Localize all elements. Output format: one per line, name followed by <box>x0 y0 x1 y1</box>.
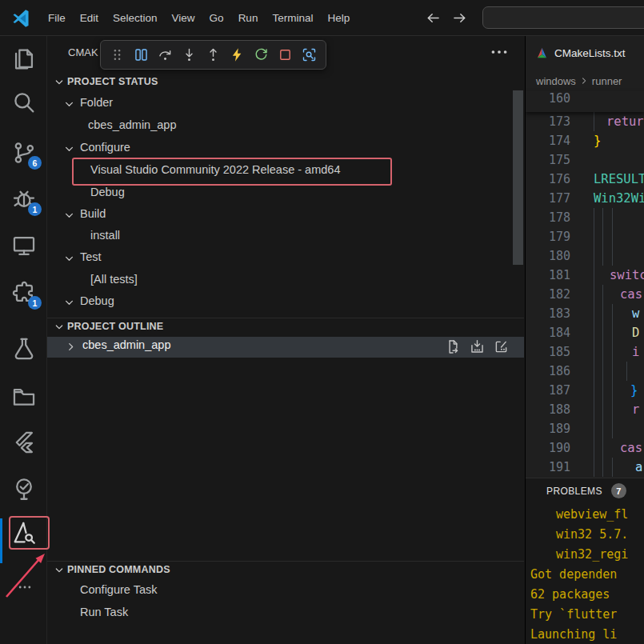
debug-flash-icon[interactable] <box>229 46 246 63</box>
chevron-down-icon <box>53 564 66 577</box>
code-line-185[interactable]: 185i <box>526 342 644 362</box>
code-line-184[interactable]: 184D <box>526 323 644 342</box>
line-number: 178 <box>526 208 570 227</box>
code-line-186[interactable]: 186 <box>526 362 644 381</box>
back-arrow-icon[interactable] <box>425 10 442 26</box>
activity-item-run-debug[interactable]: 1 <box>10 186 38 213</box>
section-header-project-status[interactable]: PROJECT STATUS <box>47 74 524 92</box>
install-tray-icon[interactable] <box>469 338 486 355</box>
tree-item-build[interactable]: Build <box>47 206 524 226</box>
tree-item-cbes-admin-app[interactable]: cbes_admin_app <box>47 117 524 137</box>
code-line-182[interactable]: 182cas <box>526 285 644 304</box>
tree-item-label: Test <box>80 250 102 263</box>
activity-item-flutter[interactable] <box>10 429 38 456</box>
menu-go[interactable]: Go <box>202 0 231 36</box>
code-line-176[interactable]: 176LRESULT <box>526 170 644 189</box>
activity-item-search[interactable] <box>10 89 38 116</box>
tree-item-label: [All tests] <box>90 273 138 286</box>
tree-item-test[interactable]: Test <box>47 249 524 269</box>
tree-item-run-task[interactable]: Run Task <box>47 604 524 624</box>
code-line-179[interactable]: 179 <box>526 227 644 246</box>
sidebar-more-actions-icon[interactable] <box>489 42 510 62</box>
command-center-searchbox[interactable] <box>482 6 644 29</box>
section-header-project-outline[interactable]: PROJECT OUTLINE <box>47 318 524 336</box>
line-number: 187 <box>526 381 570 400</box>
code-line-188[interactable]: 188r <box>526 400 644 419</box>
menu-file[interactable]: File <box>41 0 73 36</box>
activity-item-tree-view[interactable] <box>10 475 38 502</box>
tab-problems[interactable]: PROBLEMS <box>546 486 602 497</box>
code-line-177[interactable]: 177Win32Wi <box>526 189 644 208</box>
step-over-icon[interactable] <box>157 46 174 63</box>
code-line-187[interactable]: 187} <box>526 381 644 400</box>
code-line-180[interactable]: 180 <box>526 246 644 266</box>
tree-item-debug[interactable]: Debug <box>47 293 524 313</box>
step-into-icon[interactable] <box>181 46 198 63</box>
activity-item-cmake-tools[interactable] <box>10 519 38 546</box>
activity-item-testing[interactable] <box>10 335 38 362</box>
tree-item-cbes-admin-app[interactable]: cbes_admin_app <box>47 337 524 358</box>
line-number: 183 <box>526 304 570 323</box>
tree-item--all-tests-[interactable]: [All tests] <box>47 271 524 291</box>
menu-help[interactable]: Help <box>320 0 357 36</box>
code-line-183[interactable]: 183w <box>526 304 644 323</box>
activity-item-project-manager[interactable] <box>10 382 38 410</box>
activity-item-explorer[interactable] <box>10 46 38 73</box>
code-line-190[interactable]: 190cas <box>526 438 644 458</box>
menu-terminal[interactable]: Terminal <box>265 0 320 36</box>
activity-item-extensions[interactable]: 1 <box>10 279 38 306</box>
file-go-icon[interactable] <box>445 338 462 355</box>
problems-panel-header: PROBLEMS 7 <box>526 478 644 503</box>
config-box-icon[interactable] <box>493 338 510 355</box>
code-area[interactable]: 173retur174}175176LRESULT177Win32Wi17817… <box>526 112 644 477</box>
forward-arrow-icon[interactable] <box>451 10 468 26</box>
code-line-191[interactable]: 191a <box>526 458 644 477</box>
frame-search-icon[interactable] <box>301 46 318 63</box>
tree-item-visual-studio-community-2022-release-amd64[interactable]: Visual Studio Community 2022 Release - a… <box>47 162 524 182</box>
split-columns-icon[interactable] <box>133 46 150 63</box>
tree-item-debug[interactable]: Debug <box>47 184 524 204</box>
tree-item-install[interactable]: install <box>47 227 524 247</box>
tree-item-folder[interactable]: Folder <box>47 94 524 114</box>
indent-guide <box>602 381 603 400</box>
sticky-scroll-line[interactable]: 160 <box>526 91 644 112</box>
code-line-178[interactable]: 178 <box>526 208 644 227</box>
tab-cmakelists[interactable]: CMakeLists.txt <box>526 36 644 70</box>
step-out-icon[interactable] <box>205 46 222 63</box>
code-line-173[interactable]: 173retur <box>526 112 644 131</box>
menu-view[interactable]: View <box>165 0 202 36</box>
line-number: 179 <box>526 227 570 246</box>
token: } <box>594 134 601 148</box>
indent-guide <box>594 285 594 304</box>
breadcrumb-item-windows[interactable]: windows <box>536 75 576 87</box>
tree-item-label: cbes_admin_app <box>82 338 170 351</box>
sidebar-title: CMAK <box>68 46 98 58</box>
code-line-189[interactable]: 189 <box>526 419 644 438</box>
sidebar-scrollbar[interactable] <box>513 90 523 265</box>
activity-item-source-control[interactable]: 6 <box>10 139 38 166</box>
token: r <box>632 402 639 417</box>
tree-item-configure-task[interactable]: Configure Task <box>47 582 524 602</box>
indent-guide <box>602 438 603 458</box>
tree-item-configure[interactable]: Configure <box>47 139 524 159</box>
token: Win32Wi <box>594 191 644 206</box>
token: LRESULT <box>594 172 644 186</box>
section-header-pinned-commands[interactable]: PINNED COMMANDS <box>47 561 524 579</box>
activity-item-remote-explorer[interactable] <box>10 232 38 259</box>
tab-label: CMakeLists.txt <box>554 47 626 59</box>
chevron-right-icon <box>578 75 590 86</box>
gripper-icon[interactable] <box>109 46 126 63</box>
code-text: switc <box>610 266 644 285</box>
menu-selection[interactable]: Selection <box>106 0 165 36</box>
stop-icon[interactable] <box>277 46 294 63</box>
menu-edit[interactable]: Edit <box>73 0 106 36</box>
tree-item-label: Run Task <box>80 606 128 618</box>
breadcrumb-item-runner[interactable]: runner <box>592 75 622 87</box>
restart-icon[interactable] <box>253 46 270 63</box>
menu-bar: FileEditSelectionViewGoRunTerminalHelp <box>41 0 357 36</box>
menu-run[interactable]: Run <box>231 0 266 36</box>
code-line-181[interactable]: 181switc <box>526 266 644 285</box>
code-line-175[interactable]: 175 <box>526 150 644 170</box>
code-line-174[interactable]: 174} <box>526 131 644 150</box>
more-views-icon[interactable] <box>11 579 38 595</box>
